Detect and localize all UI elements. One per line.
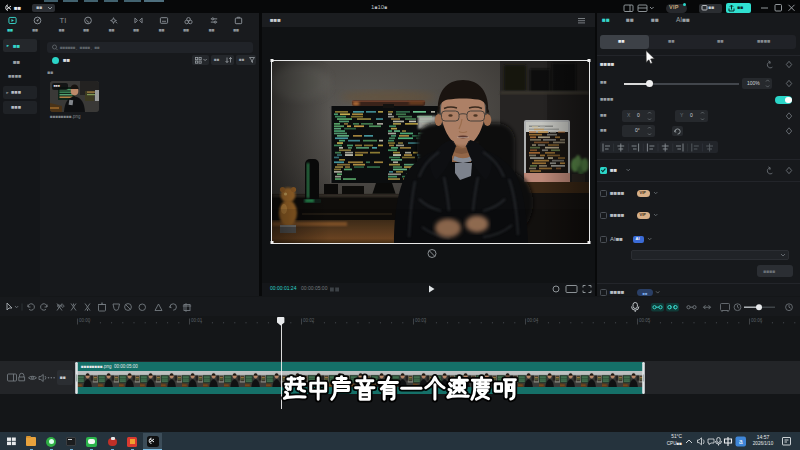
svg-text:TI: TI	[60, 16, 67, 25]
svg-text:a: a	[739, 438, 743, 445]
svg-text:■■: ■■	[643, 291, 648, 296]
